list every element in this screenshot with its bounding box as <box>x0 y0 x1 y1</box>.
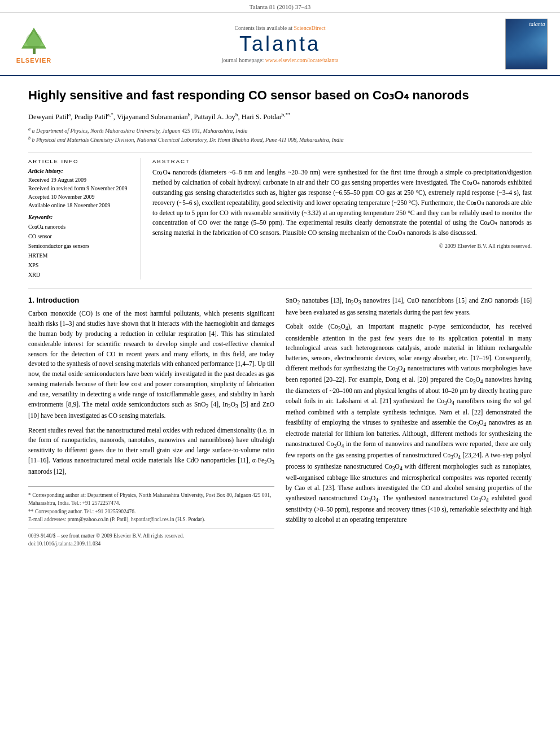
sciencedirect-line: Contents lists available at ScienceDirec… <box>56 25 504 31</box>
keyword-item: XPS <box>28 260 133 270</box>
svg-point-3 <box>26 33 42 49</box>
right-paragraph-2: Cobalt oxide (Co3O4), an important magne… <box>286 322 532 525</box>
keyword-item: CO sensor <box>28 231 133 241</box>
article-info-title: ARTICLE INFO <box>28 158 133 164</box>
copyright: © 2009 Elsevier B.V. All rights reserved… <box>152 243 532 249</box>
keyword-item: Semiconductor gas sensors <box>28 241 133 251</box>
affiliations: a a Department of Physics, North Maharas… <box>28 126 532 145</box>
article-content: Highly sensitive and fast responding CO … <box>0 76 560 560</box>
body-columns: 1. Introduction Carbon monoxide (CO) is … <box>28 289 532 548</box>
article-info-panel: ARTICLE INFO Article history: Received 1… <box>28 158 141 279</box>
sciencedirect-link[interactable]: ScienceDirect <box>294 25 325 31</box>
journal-name: Talanta <box>56 32 504 56</box>
doi-line: doi:10.1016/j.talanta.2009.11.034 <box>28 540 274 548</box>
keyword-item: XRD <box>28 270 133 279</box>
elsevier-logo: ELSEVIER <box>11 25 56 64</box>
intro-paragraph-1: Carbon monoxide (CO) is one of the most … <box>28 309 274 421</box>
abstract-text: Co₃O₄ nanorods (diameters ~6–8 nm and le… <box>152 168 532 238</box>
talanta-journal-cover: talanta <box>505 19 548 69</box>
history-label: Article history: <box>28 168 133 174</box>
footnote-corresponding1: * Corresponding author at: Department of… <box>28 491 274 508</box>
talanta-cover-text: talanta <box>529 21 545 27</box>
keyword-item: Co₃O₄ nanorods <box>28 222 133 231</box>
homepage-link[interactable]: www.elsevier.com/locate/talanta <box>265 57 339 63</box>
right-column: SnO2 nanotubes [13], In2O3 nanowires [14… <box>286 296 532 548</box>
elsevier-tree-icon <box>19 25 50 56</box>
footnote-email: E-mail addresses: pmm@yahoo.co.in (P. Pa… <box>28 516 274 523</box>
journal-top-bar: Talanta 81 (2010) 37–43 <box>0 0 560 13</box>
journal-volume-info: Talanta 81 (2010) 37–43 <box>250 3 310 10</box>
footnote-corresponding2: ** Corresponding author. Tel.: +91 20255… <box>28 508 274 516</box>
keywords-list: Co₃O₄ nanorods CO sensor Semiconductor g… <box>28 222 133 279</box>
introduction-heading: 1. Introduction <box>28 296 274 304</box>
talanta-cover-graphic <box>506 39 547 69</box>
right-paragraph-1: SnO2 nanotubes [13], In2O3 nanowires [14… <box>286 296 532 317</box>
journal-header: ELSEVIER Contents lists available at Sci… <box>0 13 560 76</box>
footer-info: 0039-9140/$ – see front matter © 2009 El… <box>28 528 274 548</box>
abstract-title: ABSTRACT <box>152 158 532 164</box>
authors-line: Dewyani Patila, Pradip Patila,*, Vijayan… <box>28 111 532 123</box>
article-title: Highly sensitive and fast responding CO … <box>28 88 532 104</box>
abstract-panel: ABSTRACT Co₃O₄ nanorods (diameters ~6–8 … <box>152 158 532 279</box>
received-date: Received 19 August 2009 Received in revi… <box>28 176 133 209</box>
keywords-label: Keywords: <box>28 214 133 220</box>
footnotes: * Corresponding author at: Department of… <box>28 486 274 523</box>
left-column: 1. Introduction Carbon monoxide (CO) is … <box>28 296 274 548</box>
talanta-cover-image: talanta <box>504 19 549 69</box>
keyword-item: HRTEM <box>28 251 133 260</box>
intro-paragraph-2: Recent studies reveal that the nanostruc… <box>28 426 274 477</box>
journal-homepage: journal homepage: www.elsevier.com/locat… <box>56 57 504 63</box>
page: Talanta 81 (2010) 37–43 ELSEVIER Content… <box>0 0 560 747</box>
issn-line: 0039-9140/$ – see front matter © 2009 El… <box>28 532 274 540</box>
journal-center-info: Contents lists available at ScienceDirec… <box>56 25 504 63</box>
info-abstract-section: ARTICLE INFO Article history: Received 1… <box>28 152 532 279</box>
elsevier-label: ELSEVIER <box>16 57 51 64</box>
